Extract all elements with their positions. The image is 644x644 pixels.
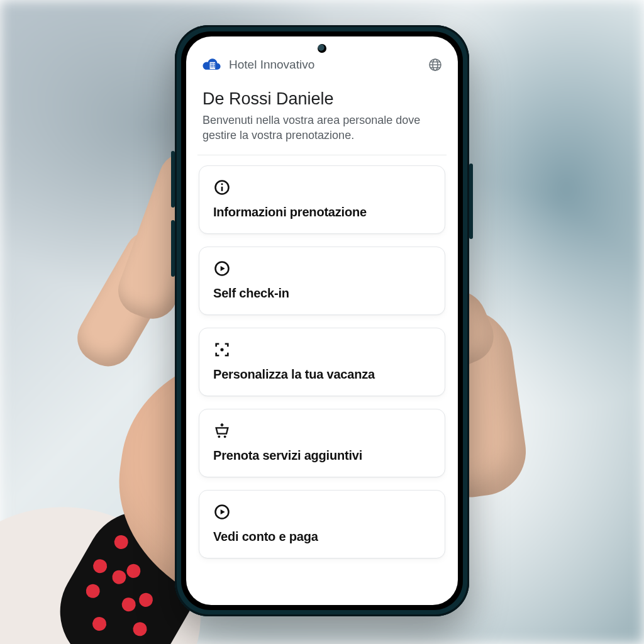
svg-point-18 bbox=[224, 435, 226, 438]
card-title: Informazioni prenotazione bbox=[213, 205, 431, 219]
svg-rect-5 bbox=[212, 65, 213, 66]
phone-screen: Hotel Innovativo De Rossi Daniele Benven… bbox=[186, 36, 458, 605]
card-extra-services[interactable]: Prenota servizi aggiuntivi bbox=[199, 409, 445, 477]
svg-point-16 bbox=[220, 348, 223, 351]
svg-point-14 bbox=[221, 183, 223, 185]
card-personalize[interactable]: Personalizza la tua vacanza bbox=[199, 328, 445, 396]
app-root: Hotel Innovativo De Rossi Daniele Benven… bbox=[186, 36, 458, 605]
top-bar: Hotel Innovativo bbox=[197, 55, 447, 79]
cloud-building-icon bbox=[201, 57, 223, 73]
hero-section: De Rossi Daniele Benvenuti nella vostra … bbox=[197, 79, 447, 155]
svg-rect-9 bbox=[214, 67, 215, 68]
card-booking-info[interactable]: Informazioni prenotazione bbox=[199, 165, 445, 234]
svg-rect-2 bbox=[212, 63, 213, 64]
card-title: Self check-in bbox=[213, 286, 431, 301]
add-cart-icon bbox=[213, 422, 231, 440]
phone-frame: Hotel Innovativo De Rossi Daniele Benven… bbox=[175, 25, 469, 616]
svg-rect-4 bbox=[211, 65, 212, 66]
user-name: De Rossi Daniele bbox=[203, 89, 441, 109]
svg-rect-6 bbox=[214, 65, 215, 66]
svg-rect-3 bbox=[214, 63, 215, 64]
play-circle-icon bbox=[213, 260, 231, 277]
center-focus-icon bbox=[213, 341, 231, 358]
brand-title: Hotel Innovativo bbox=[229, 58, 421, 72]
svg-rect-8 bbox=[212, 67, 213, 68]
card-bill-pay[interactable]: Vedi conto e paga bbox=[199, 490, 445, 558]
card-title: Personalizza la tua vacanza bbox=[213, 367, 431, 382]
card-title: Vedi conto e paga bbox=[213, 530, 431, 544]
card-self-checkin[interactable]: Self check-in bbox=[199, 247, 445, 315]
welcome-text: Benvenuti nella vostra area personale do… bbox=[203, 113, 441, 143]
card-title: Prenota servizi aggiuntivi bbox=[213, 448, 431, 463]
front-camera bbox=[318, 44, 326, 53]
svg-rect-7 bbox=[211, 67, 212, 68]
globe-icon[interactable] bbox=[428, 57, 443, 72]
info-icon bbox=[213, 179, 231, 196]
svg-point-17 bbox=[218, 435, 220, 438]
play-circle-icon bbox=[213, 503, 231, 521]
svg-rect-1 bbox=[211, 63, 212, 64]
card-list: Informazioni prenotazione Self check-in bbox=[197, 165, 447, 558]
